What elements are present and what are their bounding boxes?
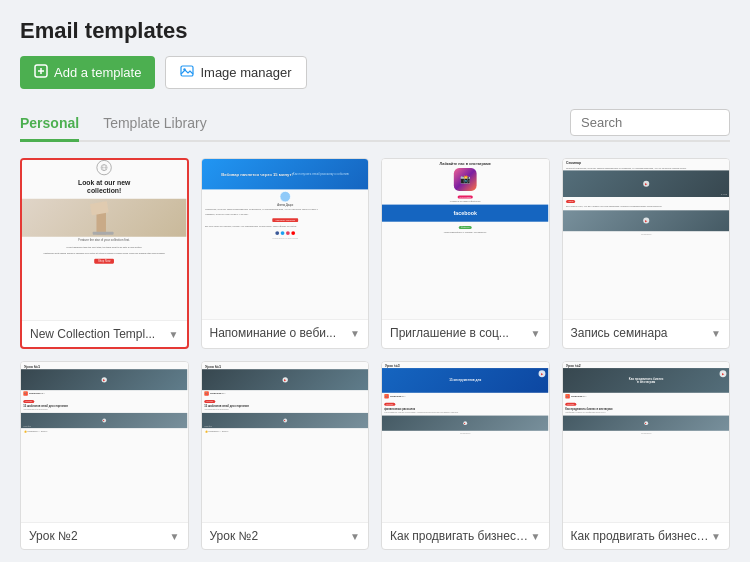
template-thumbnail: Лайкайте нас в инстаграме 📸 Инстаграм Сл…: [382, 159, 549, 319]
dropdown-arrow-icon[interactable]: ▼: [350, 328, 360, 339]
svg-rect-3: [181, 66, 193, 76]
search-input[interactable]: [570, 109, 730, 136]
add-template-label: Add a template: [54, 65, 141, 80]
toolbar: Add a template Image manager: [20, 56, 730, 89]
dropdown-arrow-icon[interactable]: ▼: [531, 328, 541, 339]
template-card[interactable]: Лайкайте нас в инстаграме 📸 Инстаграм Сл…: [381, 158, 550, 349]
template-card[interactable]: Урок №1 ▶ 🚀 SendPulse-A... Скачать 15 ша…: [20, 361, 189, 550]
image-icon: [180, 64, 194, 81]
templates-grid: Look at our newcollection! Feature the s…: [20, 158, 730, 550]
dropdown-arrow-icon[interactable]: ▼: [531, 531, 541, 542]
template-thumbnail: Look at our newcollection! Feature the s…: [22, 160, 187, 320]
template-thumbnail: Урок №2 Как продвигать бизнесв инстаграм…: [563, 362, 730, 522]
template-footer: Урок №2 ▼: [202, 522, 369, 549]
template-thumbnail: Урок №1 ▶ 🚀 TendPulse-A... Скачать 15 ша…: [202, 362, 369, 522]
email-templates-page: Email templates Add a template Image ma: [0, 0, 750, 562]
template-thumbnail: Урок №1 ▶ 🚀 SendPulse-A... Скачать 15 ша…: [21, 362, 188, 522]
image-manager-button[interactable]: Image manager: [165, 56, 306, 89]
template-name: Приглашение в соц...: [390, 326, 531, 340]
template-footer: Приглашение в соц... ▼: [382, 319, 549, 346]
template-thumbnail: Вебинар начнется через 15 минут! Как пол…: [202, 159, 369, 319]
template-thumbnail: Семинар Дорогой подписчик, если вы зарег…: [563, 159, 730, 319]
template-name: Запись семинара: [571, 326, 712, 340]
template-footer: New Collection Templ... ▼: [22, 320, 187, 347]
add-template-button[interactable]: Add a template: [20, 56, 155, 89]
dropdown-arrow-icon[interactable]: ▼: [711, 531, 721, 542]
tabs-nav: Personal Template Library: [20, 105, 730, 142]
template-name: Как продвигать бизнес в инстагран: [390, 529, 531, 543]
dropdown-arrow-icon[interactable]: ▼: [170, 531, 180, 542]
tab-library[interactable]: Template Library: [103, 107, 207, 142]
svg-point-6: [103, 165, 106, 171]
template-footer: Напоминание о веби... ▼: [202, 319, 369, 346]
template-card[interactable]: Вебинар начнется через 15 минут! Как пол…: [201, 158, 370, 349]
template-card[interactable]: Урок №2 Как продвигать бизнесв инстаграм…: [562, 361, 731, 550]
page-title: Email templates: [20, 18, 730, 44]
template-name: Урок №2: [29, 529, 170, 543]
image-manager-label: Image manager: [200, 65, 291, 80]
template-card[interactable]: Look at our newcollection! Feature the s…: [20, 158, 189, 349]
svg-point-5: [101, 165, 107, 171]
template-footer: Как продвигать бизнес в инстагран ▼: [382, 522, 549, 549]
template-name: Урок №2: [210, 529, 351, 543]
add-icon: [34, 64, 48, 81]
template-name: New Collection Templ...: [30, 327, 169, 341]
dropdown-arrow-icon[interactable]: ▼: [169, 329, 179, 340]
template-name: Как продвигать бизнес в инстагран: [571, 529, 712, 543]
tab-personal[interactable]: Personal: [20, 107, 79, 142]
dropdown-arrow-icon[interactable]: ▼: [350, 531, 360, 542]
template-footer: Как продвигать бизнес в инстагран ▼: [563, 522, 730, 549]
template-footer: Урок №2 ▼: [21, 522, 188, 549]
template-footer: Запись семинара ▼: [563, 319, 730, 346]
template-thumbnail: Урок №3 15 инструментов для ▶ 🚀 TendPuls…: [382, 362, 549, 522]
template-card[interactable]: Урок №3 15 инструментов для ▶ 🚀 TendPuls…: [381, 361, 550, 550]
template-card[interactable]: Семинар Дорогой подписчик, если вы зарег…: [562, 158, 731, 349]
dropdown-arrow-icon[interactable]: ▼: [711, 328, 721, 339]
template-name: Напоминание о веби...: [210, 326, 351, 340]
template-card[interactable]: Урок №1 ▶ 🚀 TendPulse-A... Скачать 15 ша…: [201, 361, 370, 550]
